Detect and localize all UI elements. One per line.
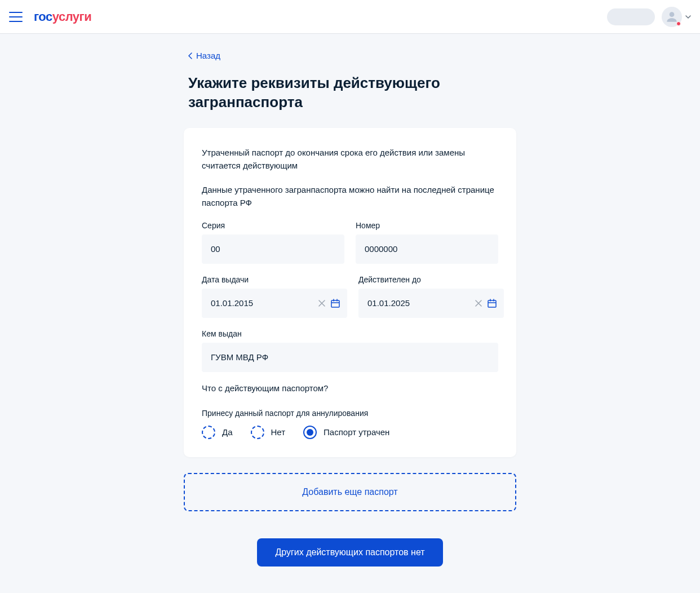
header: госуслуги bbox=[0, 0, 700, 34]
back-link[interactable]: Назад bbox=[188, 51, 516, 60]
add-passport-button[interactable]: Добавить еще паспорт bbox=[184, 473, 516, 511]
radio-lost[interactable]: Паспорт утрачен bbox=[303, 426, 389, 439]
radio-circle bbox=[202, 426, 215, 439]
clear-icon[interactable] bbox=[475, 299, 482, 307]
calendar-icon[interactable] bbox=[330, 298, 340, 308]
clear-icon[interactable] bbox=[318, 299, 326, 307]
calendar-icon[interactable] bbox=[487, 298, 497, 308]
issued-by-label: Кем выдан bbox=[202, 329, 498, 338]
number-input[interactable] bbox=[356, 234, 498, 264]
radio-group: Да Нет Паспорт утрачен bbox=[202, 426, 498, 439]
back-label: Назад bbox=[196, 51, 220, 60]
main-content: Назад Укажите реквизиты действующего заг… bbox=[184, 34, 516, 567]
header-right bbox=[607, 7, 691, 27]
radio-group-label: Принесу данный паспорт для аннулирования bbox=[202, 409, 498, 418]
menu-icon[interactable] bbox=[9, 12, 23, 22]
logo[interactable]: госуслуги bbox=[34, 10, 91, 24]
no-more-passports-button[interactable]: Других действующих паспортов нет bbox=[257, 538, 442, 567]
radio-no[interactable]: Нет bbox=[251, 426, 286, 439]
radio-circle bbox=[251, 426, 264, 439]
issue-date-input[interactable] bbox=[211, 298, 318, 308]
valid-until-label: Действителен до bbox=[358, 275, 504, 284]
svg-rect-2 bbox=[488, 300, 496, 307]
number-label: Номер bbox=[356, 221, 498, 230]
logo-part1: гос bbox=[34, 10, 52, 24]
info-text-2: Данные утраченного загранпаспорта можно … bbox=[202, 183, 498, 210]
avatar bbox=[662, 7, 682, 27]
chevron-down-icon bbox=[685, 14, 691, 20]
radio-lost-label: Паспорт утрачен bbox=[324, 427, 389, 437]
radio-yes[interactable]: Да bbox=[202, 426, 233, 439]
chevron-left-icon bbox=[188, 52, 193, 59]
radio-yes-label: Да bbox=[222, 427, 233, 437]
radio-no-label: Нет bbox=[271, 427, 286, 437]
passport-status-question: Что с действующим паспортом? bbox=[202, 383, 498, 393]
radio-circle-selected bbox=[303, 426, 317, 439]
info-text-1: Утраченный паспорт до окончания срока ег… bbox=[202, 146, 498, 172]
issue-date-label: Дата выдачи bbox=[202, 275, 347, 284]
user-menu[interactable] bbox=[662, 7, 691, 27]
svg-point-0 bbox=[670, 12, 675, 17]
issued-by-input[interactable] bbox=[202, 343, 498, 372]
passport-card: Утраченный паспорт до окончания срока ег… bbox=[184, 128, 516, 457]
notification-dot bbox=[676, 21, 681, 26]
valid-until-input[interactable] bbox=[367, 298, 475, 308]
search-placeholder[interactable] bbox=[607, 8, 655, 25]
page-title: Укажите реквизиты действующего загранпас… bbox=[188, 74, 516, 112]
svg-rect-1 bbox=[331, 300, 339, 307]
series-input[interactable] bbox=[202, 234, 344, 264]
header-left: госуслуги bbox=[9, 10, 91, 24]
series-label: Серия bbox=[202, 221, 344, 230]
logo-part2: услуги bbox=[52, 10, 92, 24]
